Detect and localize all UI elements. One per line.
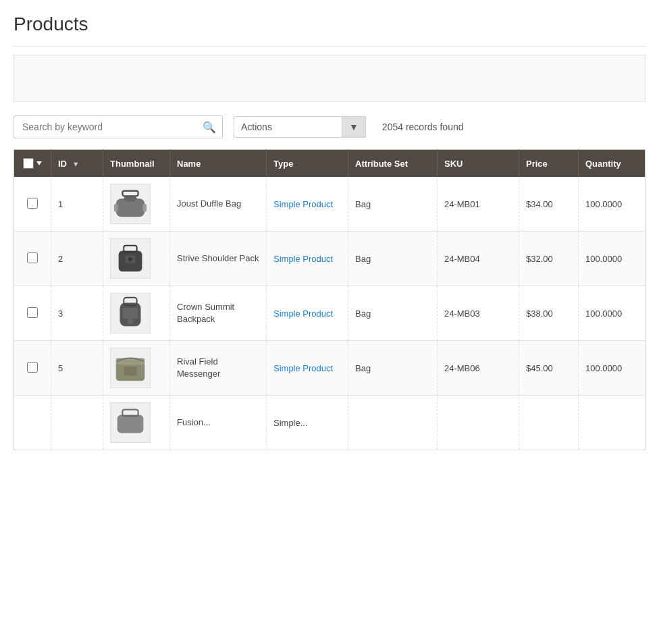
product-thumbnail <box>111 348 150 387</box>
page-wrapper: Products 🔍 Actions ▼ 2054 records found <box>0 0 659 644</box>
actions-dropdown-btn[interactable]: ▼ <box>342 116 366 138</box>
svg-rect-4 <box>142 204 147 212</box>
svg-rect-14 <box>116 358 145 365</box>
table-row: Fusion...Simple... <box>14 396 645 450</box>
row-checkbox[interactable] <box>27 362 38 373</box>
table-row: 5 Rival Field MessengerSimple ProductBag… <box>14 341 645 396</box>
table-row: 1 Joust Duffle BagSimple ProductBag24-MB… <box>14 177 645 232</box>
type-link[interactable]: Simple Product <box>273 254 333 264</box>
row-sku: 24-MB01 <box>438 177 519 232</box>
row-checkbox-cell <box>14 286 51 341</box>
row-type: Simple Product <box>267 177 348 232</box>
row-id: 3 <box>51 286 103 341</box>
product-thumbnail <box>111 239 150 278</box>
table-row: 3 Crown Summit BackpackSimple ProductBag… <box>14 286 645 341</box>
row-price: $32.00 <box>519 232 579 286</box>
row-checkbox-cell <box>14 341 51 396</box>
row-quantity: 100.0000 <box>579 177 645 232</box>
row-checkbox-cell <box>14 177 51 232</box>
th-type[interactable]: Type <box>267 150 348 178</box>
row-sku: 24-MB04 <box>438 232 519 286</box>
row-attribute-set: Bag <box>348 286 438 341</box>
row-name: Joust Duffle Bag <box>170 177 267 232</box>
row-quantity <box>579 396 645 450</box>
actions-dropdown-arrow: ▼ <box>349 122 359 132</box>
svg-rect-12 <box>128 319 133 324</box>
th-name[interactable]: Name <box>170 150 267 178</box>
row-thumbnail <box>103 177 170 232</box>
th-price[interactable]: Price <box>519 150 579 178</box>
product-thumbnail <box>111 184 150 223</box>
row-thumbnail <box>103 396 170 450</box>
row-type: Simple Product <box>267 286 348 341</box>
row-checkbox-cell <box>14 232 51 286</box>
thumbnail-image <box>110 348 151 388</box>
th-quantity[interactable]: Quantity <box>579 150 645 178</box>
row-id: 5 <box>51 341 103 396</box>
search-input[interactable] <box>14 115 223 138</box>
row-attribute-set: Bag <box>348 177 438 232</box>
th-checkbox <box>14 150 51 178</box>
svg-rect-2 <box>122 191 138 196</box>
actions-wrapper: Actions ▼ <box>234 116 366 138</box>
row-type: Simple... <box>267 396 348 450</box>
th-sku[interactable]: SKU <box>438 150 519 178</box>
row-attribute-set <box>348 396 438 450</box>
row-price: $34.00 <box>519 177 579 232</box>
actions-select[interactable]: Actions <box>234 116 342 138</box>
row-id: 1 <box>51 177 103 232</box>
thumbnail-image <box>110 238 151 279</box>
select-all-checkbox[interactable] <box>23 158 34 169</box>
products-table: ID ▼ Thumbnail Name Type Attribute Set S… <box>14 149 645 450</box>
row-quantity: 100.0000 <box>579 232 645 286</box>
filter-bar <box>14 55 645 102</box>
type-link[interactable]: Simple Product <box>273 199 333 209</box>
th-id[interactable]: ID ▼ <box>51 150 103 178</box>
thumbnail-image <box>110 184 151 224</box>
type-link[interactable]: Simple Product <box>273 308 333 319</box>
row-thumbnail <box>103 232 170 286</box>
row-sku <box>438 396 519 450</box>
svg-rect-16 <box>117 414 144 433</box>
search-wrapper: 🔍 <box>14 115 223 138</box>
row-thumbnail <box>103 286 170 341</box>
row-name: Fusion... <box>170 396 267 450</box>
row-name: Crown Summit Backpack <box>170 286 267 341</box>
type-link[interactable]: Simple Product <box>273 363 333 373</box>
row-id: 2 <box>51 232 103 286</box>
row-checkbox[interactable] <box>27 252 38 263</box>
th-attribute-set[interactable]: Attribute Set <box>348 150 438 178</box>
row-name: Strive Shoulder Pack <box>170 232 267 286</box>
row-thumbnail <box>103 341 170 396</box>
row-price: $45.00 <box>519 341 579 396</box>
row-id <box>51 396 103 450</box>
svg-rect-3 <box>114 204 118 212</box>
row-checkbox[interactable] <box>27 307 38 318</box>
search-icon[interactable]: 🔍 <box>203 121 216 134</box>
row-type: Simple Product <box>267 341 348 396</box>
header-checkbox-dropdown[interactable] <box>36 161 42 165</box>
row-checkbox[interactable] <box>27 198 38 209</box>
row-price <box>519 396 579 450</box>
table-body: 1 Joust Duffle BagSimple ProductBag24-MB… <box>14 177 645 450</box>
row-attribute-set: Bag <box>348 341 438 396</box>
row-type: Simple Product <box>267 232 348 286</box>
row-name: Rival Field Messenger <box>170 341 267 396</box>
row-price: $38.00 <box>519 286 579 341</box>
row-sku: 24-MB06 <box>438 341 519 396</box>
product-thumbnail <box>111 403 150 442</box>
table-header-row: ID ▼ Thumbnail Name Type Attribute Set S… <box>14 150 645 178</box>
svg-rect-11 <box>122 308 138 318</box>
row-checkbox-cell <box>14 396 51 450</box>
row-quantity: 100.0000 <box>579 341 645 396</box>
thumbnail-image <box>110 402 151 443</box>
table-row: 2 Strive Shoulder PackSimple ProductBag2… <box>14 232 645 286</box>
page-title: Products <box>14 14 645 35</box>
row-attribute-set: Bag <box>348 232 438 286</box>
records-count: 2054 records found <box>382 122 464 132</box>
title-divider <box>14 46 645 47</box>
th-thumbnail: Thumbnail <box>103 150 170 178</box>
toolbar: 🔍 Actions ▼ 2054 records found <box>14 113 645 138</box>
row-quantity: 100.0000 <box>579 286 645 341</box>
svg-point-8 <box>128 257 132 261</box>
